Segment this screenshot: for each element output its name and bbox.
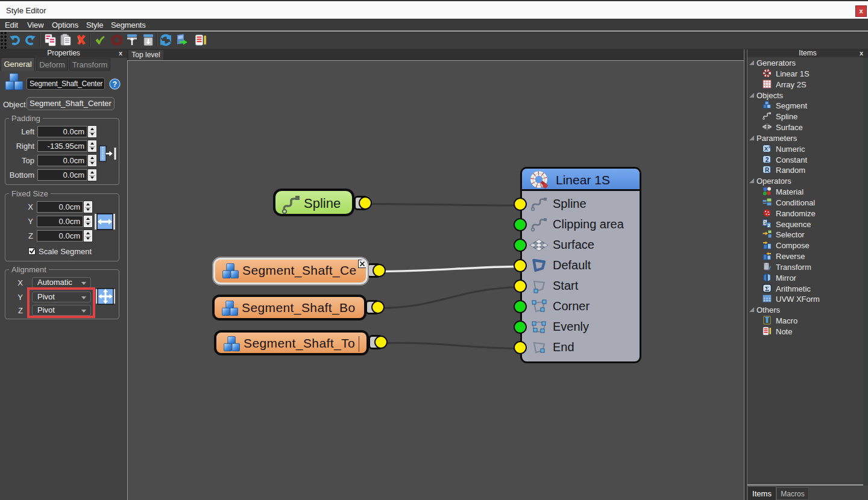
svg-text:X: X	[764, 146, 768, 152]
svg-text:2: 2	[766, 157, 769, 163]
svg-text:R: R	[765, 167, 770, 173]
svg-text:2: 2	[768, 223, 770, 228]
svg-text:1: 1	[764, 220, 766, 225]
svg-text:Σ: Σ	[765, 285, 769, 292]
svg-text:?: ?	[113, 80, 117, 89]
